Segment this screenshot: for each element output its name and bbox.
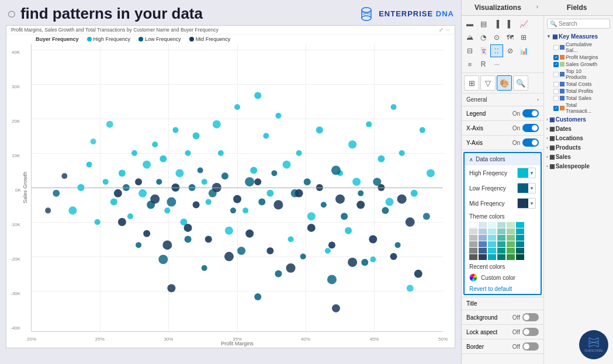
checkbox-top10[interactable] bbox=[553, 72, 559, 77]
palette-swatch[interactable] bbox=[516, 235, 524, 241]
palette-swatch[interactable] bbox=[516, 241, 524, 247]
high-freq-color-picker[interactable]: ▼ bbox=[517, 168, 536, 178]
viz-map-icon[interactable]: 🗺 bbox=[504, 31, 517, 44]
visualizations-tab[interactable]: Visualizations bbox=[462, 0, 534, 15]
toolbar-analytics-icon[interactable]: 🔍 bbox=[513, 75, 528, 91]
viz-pie-icon[interactable]: ◔ bbox=[477, 31, 490, 44]
y-tick-30k: 30K bbox=[12, 84, 20, 89]
viz-area-icon[interactable]: ⛰ bbox=[463, 31, 476, 44]
tree-group-header-salespeople[interactable]: › ▦ Salespeople bbox=[545, 162, 612, 171]
palette-swatch[interactable] bbox=[488, 248, 496, 254]
viz-gauge-icon[interactable]: ⊘ bbox=[504, 44, 517, 57]
subscribe-dna-icon bbox=[587, 337, 601, 348]
viz-line-icon[interactable]: 📈 bbox=[517, 18, 530, 30]
border-toggle-switch[interactable] bbox=[522, 342, 539, 351]
palette-swatch[interactable] bbox=[516, 254, 524, 260]
palette-swatch[interactable] bbox=[497, 222, 505, 228]
svg-point-80 bbox=[237, 247, 245, 255]
palette-swatch[interactable] bbox=[488, 228, 496, 234]
palette-swatch[interactable] bbox=[479, 222, 487, 228]
palette-swatch[interactable] bbox=[507, 228, 515, 234]
palette-swatch[interactable] bbox=[479, 248, 487, 254]
palette-swatch[interactable] bbox=[507, 235, 515, 241]
palette-swatch[interactable] bbox=[469, 248, 477, 254]
viz-slicer-icon[interactable]: ≡ bbox=[463, 58, 476, 71]
viz-more-icon[interactable]: ··· bbox=[490, 58, 503, 71]
palette-swatch[interactable] bbox=[479, 228, 487, 234]
mid-freq-color-picker[interactable]: ▼ bbox=[517, 198, 536, 209]
viz-bar-icon[interactable]: ▬ bbox=[463, 18, 476, 30]
viz-kpi-icon[interactable]: 📊 bbox=[517, 44, 530, 57]
palette-swatch[interactable] bbox=[497, 248, 505, 254]
palette-swatch[interactable] bbox=[507, 222, 515, 228]
checkbox-total-profits[interactable] bbox=[553, 89, 559, 94]
low-freq-color-picker[interactable]: ▼ bbox=[517, 183, 536, 193]
svg-point-81 bbox=[275, 271, 282, 278]
data-colors-chevron-icon: ∧ bbox=[469, 157, 473, 162]
tree-group-header-dates[interactable]: › ▦ Dates bbox=[545, 124, 612, 133]
viz-stacked-bar-icon[interactable]: ▤ bbox=[477, 18, 490, 30]
format-general-header[interactable]: General › bbox=[462, 93, 543, 106]
palette-col-gray bbox=[469, 222, 477, 260]
viz-col-icon[interactable]: ▐ bbox=[490, 18, 503, 30]
palette-swatch[interactable] bbox=[488, 254, 496, 260]
fields-tab[interactable]: Fields bbox=[541, 0, 613, 15]
viz-donut-icon[interactable]: ⊙ bbox=[490, 31, 503, 44]
viz-stacked-col-icon[interactable]: ▌ bbox=[504, 18, 517, 30]
yaxis-toggle-switch[interactable] bbox=[522, 138, 539, 147]
toolbar-filter-icon[interactable]: ▽ bbox=[480, 75, 496, 91]
lockaspect-toggle-switch[interactable] bbox=[522, 328, 539, 336]
palette-swatch[interactable] bbox=[479, 235, 487, 241]
expand-icon[interactable]: ⤢ bbox=[439, 27, 444, 33]
revert-row[interactable]: Revert to default bbox=[465, 284, 541, 294]
bg-toggle-switch[interactable] bbox=[522, 313, 539, 321]
palette-swatch[interactable] bbox=[497, 235, 505, 241]
viz-r-icon[interactable]: R bbox=[477, 58, 490, 71]
palette-swatch[interactable] bbox=[469, 241, 477, 247]
palette-swatch[interactable] bbox=[516, 228, 524, 234]
palette-swatch[interactable] bbox=[497, 241, 505, 247]
search-input[interactable] bbox=[559, 20, 607, 27]
palette-swatch[interactable] bbox=[469, 228, 477, 234]
custom-color-row[interactable]: Custom color bbox=[465, 271, 541, 284]
palette-swatch[interactable] bbox=[516, 248, 524, 254]
viz-scatter-icon[interactable]: ⁚⁚ bbox=[490, 44, 503, 57]
toolbar-format-icon[interactable]: 🎨 bbox=[497, 75, 512, 91]
viz-table-icon[interactable]: ⊞ bbox=[517, 31, 530, 44]
svg-point-20 bbox=[275, 113, 281, 119]
palette-swatch[interactable] bbox=[497, 228, 505, 234]
tree-group-header-sales[interactable]: › ▦ Sales bbox=[545, 152, 612, 161]
xaxis-toggle-switch[interactable] bbox=[522, 124, 539, 132]
palette-swatch[interactable] bbox=[469, 235, 477, 241]
palette-swatch[interactable] bbox=[497, 254, 505, 260]
palette-swatch[interactable] bbox=[469, 222, 477, 228]
more-icon[interactable]: ··· bbox=[446, 27, 450, 33]
checkbox-cumulative[interactable] bbox=[553, 45, 559, 50]
viz-card-icon[interactable]: 🃏 bbox=[477, 44, 490, 57]
palette-swatch[interactable] bbox=[488, 222, 496, 228]
tree-group-header-key-measures[interactable]: ▼ ▦ Key Measures bbox=[545, 32, 612, 41]
tree-group-header-customers[interactable]: › ▦ Customers bbox=[545, 115, 612, 124]
subscribe-button[interactable]: SUBSCRIBE bbox=[579, 330, 608, 359]
checkbox-total-sales[interactable] bbox=[553, 96, 559, 101]
checkbox-profit[interactable]: ✓ bbox=[553, 55, 559, 60]
palette-swatch[interactable] bbox=[507, 248, 515, 254]
data-colors-header[interactable]: ∧ Data colors bbox=[465, 153, 541, 165]
toolbar-fields-icon[interactable]: ⊞ bbox=[464, 75, 479, 91]
tree-group-header-products[interactable]: › ▦ Products bbox=[545, 143, 612, 152]
checkbox-total-trans[interactable]: ✓ bbox=[553, 106, 559, 111]
palette-swatch[interactable] bbox=[507, 241, 515, 247]
palette-swatch[interactable] bbox=[516, 222, 524, 228]
tree-group-header-locations[interactable]: › ▦ Locations bbox=[545, 134, 612, 143]
palette-col-blue bbox=[479, 222, 487, 260]
palette-swatch[interactable] bbox=[488, 241, 496, 247]
legend-toggle-switch[interactable] bbox=[522, 109, 539, 117]
palette-swatch[interactable] bbox=[479, 241, 487, 247]
palette-swatch[interactable] bbox=[479, 254, 487, 260]
viz-matrix-icon[interactable]: ⊟ bbox=[463, 44, 476, 57]
checkbox-sales-growth[interactable]: ✓ bbox=[553, 62, 559, 67]
palette-swatch[interactable] bbox=[469, 254, 477, 260]
palette-swatch[interactable] bbox=[507, 254, 515, 260]
checkbox-total-costs[interactable] bbox=[553, 82, 559, 87]
palette-swatch[interactable] bbox=[488, 235, 496, 241]
